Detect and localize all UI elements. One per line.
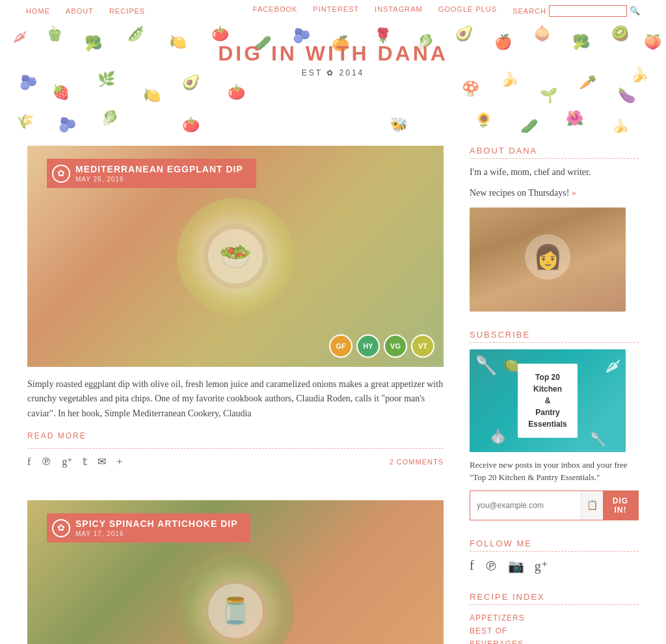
recipe-link-bestof[interactable]: BEST OF [470, 624, 639, 637]
nav-recipes[interactable]: RECIPES [109, 7, 145, 15]
post-title-text-2: SPICY SPINACH ARTICHOKE DIP [75, 518, 237, 529]
post-actions-1: f ℗ g⁺ 𝕥 ✉ + 2 COMMENTS [27, 448, 444, 474]
subscribe-text: Receive new posts in your inbox and your… [470, 459, 639, 484]
follow-pinterest-icon[interactable]: ℗ [485, 558, 498, 574]
subscribe-button[interactable]: DIG IN! [603, 491, 638, 520]
post-date-2: MAY 17, 2016 [75, 530, 237, 537]
follow-instagram-icon[interactable]: 📷 [508, 558, 524, 574]
header-doodles: 🌶 🫑 🥦 🫛 🍋 🍅 🥒 🫐 🍊 🌹 🥬 🥑 🍎 🧅 🥦 🥝 🍑 🫐 🍓 🌿 … [0, 22, 666, 133]
recipe-link-appetizers[interactable]: APPETIZERS [470, 611, 639, 624]
diet-badges-1: GF HY VG VT [329, 334, 434, 358]
badge-icon-1: ✿ [52, 165, 70, 183]
post-excerpt-1: Simply roasted eggplant dip with olive o… [27, 367, 444, 426]
post-title-badge-1: ✿ MEDITERRANEAN EGGPLANT DIP MAY 26, 201… [47, 159, 256, 188]
nav-facebook[interactable]: FACEBOOK [253, 5, 298, 17]
email-icon: 📋 [581, 491, 603, 520]
post-date-1: MAY 26, 2016 [75, 176, 243, 183]
post-image-1[interactable]: 🥗 ✿ MEDITERRANEAN EGGPLANT DIP MAY 26, 2… [27, 146, 444, 367]
nav-googleplus[interactable]: GOOGLE PLUS [438, 5, 497, 17]
read-more-1[interactable]: READ MORE [27, 431, 87, 440]
email-share-icon[interactable]: ✉ [98, 455, 106, 468]
comments-count-1[interactable]: 2 COMMENTS [390, 458, 444, 466]
badge-hy: HY [356, 334, 380, 358]
nav-home[interactable]: HOME [26, 7, 50, 15]
search-form: SEARCH 🔍 [513, 5, 640, 17]
about-heading: ABOUT DANA [470, 146, 639, 159]
about-text-2: New recipes on Thursdays! » [470, 186, 639, 200]
facebook-share-icon[interactable]: f [27, 456, 31, 468]
post-title-text-1: MEDITERRANEAN EGGPLANT DIP [75, 164, 243, 174]
follow-facebook-icon[interactable]: f [470, 558, 474, 573]
double-arrow-icon: » [572, 188, 576, 198]
search-input[interactable] [549, 5, 627, 17]
twitter-share-icon[interactable]: 𝕥 [83, 455, 87, 468]
nav-instagram[interactable]: INSTAGRAM [375, 5, 423, 17]
about-section: ABOUT DANA I'm a wife, mom, chef and wri… [470, 146, 639, 312]
nav-right: FACEBOOK PINTEREST INSTAGRAM GOOGLE PLUS… [253, 5, 640, 17]
social-icons-1: f ℗ g⁺ 𝕥 ✉ + [27, 455, 122, 468]
badge-vg: VG [384, 334, 407, 358]
site-title: DIG IN WITH DANA [0, 42, 666, 66]
recipe-index-heading: RECIPE INDEX [470, 592, 639, 605]
subscribe-notebook: Top 20 Kitchen & Pantry Essentials [518, 364, 577, 438]
nav-bar: HOME ABOUT RECIPES FACEBOOK PINTEREST IN… [0, 0, 666, 22]
follow-heading: FOLLOW ME [470, 539, 639, 552]
post-card-1: 🥗 ✿ MEDITERRANEAN EGGPLANT DIP MAY 26, 2… [27, 146, 444, 474]
email-input[interactable] [470, 491, 581, 520]
badge-gf: GF [329, 334, 353, 358]
subscribe-section: SUBSCRIBE 🥄 🧄 🌶 🥄 🍋 Top 20 Kitchen & Pan… [470, 330, 639, 520]
badge-icon-2: ✿ [52, 519, 70, 537]
main-layout: 🥗 ✿ MEDITERRANEAN EGGPLANT DIP MAY 26, 2… [14, 146, 652, 644]
nav-pinterest[interactable]: PINTEREST [313, 5, 359, 17]
googleplus-share-icon[interactable]: g⁺ [62, 455, 72, 468]
about-text-1: I'm a wife, mom, chef and writer. [470, 165, 639, 180]
more-share-icon[interactable]: + [116, 456, 122, 468]
search-label: SEARCH [513, 7, 546, 15]
post-card-2: 🫙 ✿ SPICY SPINACH ARTICHOKE DIP MAY 17, … [27, 500, 444, 644]
post-image-2[interactable]: 🫙 ✿ SPICY SPINACH ARTICHOKE DIP MAY 17, … [27, 500, 444, 644]
content-area: 🥗 ✿ MEDITERRANEAN EGGPLANT DIP MAY 26, 2… [27, 146, 444, 644]
about-photo: 👩 [470, 208, 626, 312]
site-header: 🌶 🫑 🥦 🫛 🍋 🍅 🥒 🫐 🍊 🌹 🥬 🥑 🍎 🧅 🥦 🥝 🍑 🫐 🍓 🌿 … [0, 22, 666, 133]
follow-section: FOLLOW ME f ℗ 📷 g⁺ [470, 539, 639, 574]
search-icon[interactable]: 🔍 [630, 6, 640, 16]
recipe-index-section: RECIPE INDEX APPETIZERS BEST OF BEVERAGE… [470, 592, 639, 644]
site-subtitle: EST ✿ 2014 [0, 68, 666, 77]
subscribe-form: 📋 DIG IN! [470, 490, 639, 520]
follow-googleplus-icon[interactable]: g⁺ [535, 558, 548, 574]
post-title-badge-2: ✿ SPICY SPINACH ARTICHOKE DIP MAY 17, 20… [47, 513, 250, 543]
nav-left: HOME ABOUT RECIPES [26, 7, 145, 15]
follow-icons: f ℗ 📷 g⁺ [470, 558, 639, 574]
nav-about[interactable]: ABOUT [66, 7, 94, 15]
pinterest-share-icon[interactable]: ℗ [41, 455, 51, 468]
subscribe-image: 🥄 🧄 🌶 🥄 🍋 Top 20 Kitchen & Pantry Essent… [470, 349, 626, 452]
sidebar: ABOUT DANA I'm a wife, mom, chef and wri… [470, 146, 639, 644]
subscribe-heading: SUBSCRIBE [470, 330, 639, 343]
badge-vt: VT [411, 334, 434, 358]
recipe-link-beverages[interactable]: BEVERAGES [470, 637, 639, 644]
